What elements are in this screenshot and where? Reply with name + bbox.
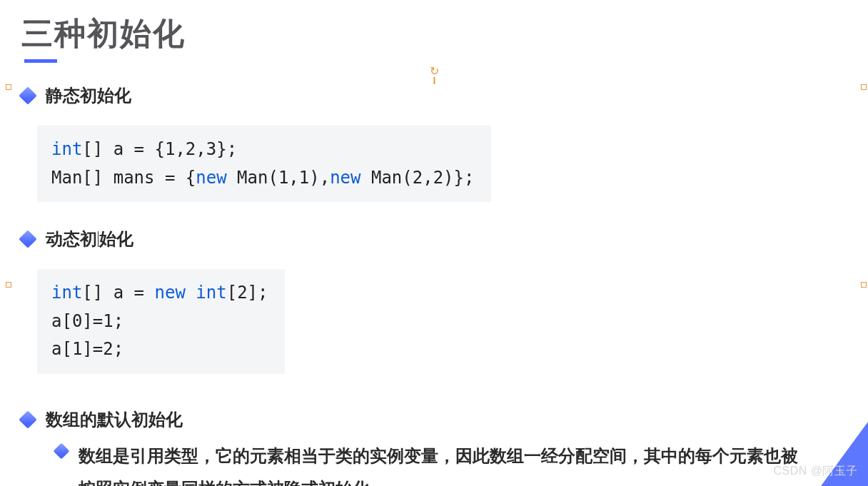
diamond-bullet-icon <box>54 443 70 460</box>
num: 1 <box>299 168 309 188</box>
title-underline <box>24 59 57 63</box>
bullet-default-init: 数组的默认初始化 <box>21 408 847 431</box>
code: , <box>288 168 298 188</box>
code: a[0]=1; <box>51 311 123 331</box>
kw: new <box>330 168 371 188</box>
code: Man( <box>237 168 278 188</box>
code: , <box>196 139 206 159</box>
selection-handle-icon[interactable] <box>861 84 867 90</box>
code: , <box>423 168 433 188</box>
selection-handle-icon[interactable] <box>6 84 11 90</box>
code: Man[] mans = { <box>51 168 196 188</box>
num: 3 <box>206 139 216 159</box>
text-cursor-icon <box>98 231 99 247</box>
heading-default-init: 数组的默认初始化 <box>46 408 183 431</box>
diamond-bullet-icon <box>19 86 36 104</box>
code: Man( <box>371 168 413 188</box>
rotate-handle-icon[interactable]: ↻ <box>430 66 439 84</box>
code: [] a = { <box>82 139 165 159</box>
heading-static-init: 静态初始化 <box>46 84 131 107</box>
bullet-dynamic-init: 动态初始化 <box>21 228 847 250</box>
num: 2 <box>237 283 247 303</box>
bullet-static-init: 静态初始化 <box>21 84 847 107</box>
code: ), <box>309 168 330 188</box>
content-area: 静态初始化 int[] a = {1,2,3}; Man[] mans = {n… <box>21 84 847 486</box>
code-block-static: int[] a = {1,2,3}; Man[] mans = {new Man… <box>37 126 491 202</box>
code: , <box>175 139 185 159</box>
sub-bullet-default-desc: 数组是引用类型，它的元素相当于类的实例变量，因此数组一经分配空间，其中的每个元素… <box>56 440 847 486</box>
slide: 三种初始化 ↻ 静态初始化 int[] a = {1,2,3}; Man[] m… <box>0 0 868 486</box>
kw: new <box>196 168 237 188</box>
selection-handle-icon[interactable] <box>861 282 867 288</box>
num: 1 <box>278 168 288 188</box>
code: [ <box>227 283 237 303</box>
kw: int <box>51 283 82 303</box>
text: 动态初 <box>46 229 97 248</box>
num: 1 <box>165 139 175 159</box>
code: }; <box>216 139 237 159</box>
csdn-watermark: CSDN @阿玉子 <box>773 464 858 479</box>
num: 2 <box>413 168 423 188</box>
text: 始化 <box>99 229 133 248</box>
kw: new int <box>155 283 227 303</box>
code: a[1]=2; <box>51 339 123 359</box>
code: )}; <box>443 168 474 188</box>
code: ]; <box>248 283 268 303</box>
selection-handle-icon[interactable] <box>6 282 11 288</box>
slide-title: 三种初始化 <box>21 13 847 55</box>
diamond-bullet-icon <box>19 410 36 428</box>
num: 2 <box>186 139 196 159</box>
code: [] a = <box>82 283 154 303</box>
kw: int <box>51 139 82 159</box>
default-init-description: 数组是引用类型，它的元素相当于类的实例变量，因此数组一经分配空间，其中的每个元素… <box>79 440 807 486</box>
diamond-bullet-icon <box>19 230 36 248</box>
code-block-dynamic: int[] a = new int[2]; a[0]=1; a[1]=2; <box>37 269 285 374</box>
heading-dynamic-init: 动态初始化 <box>46 228 133 250</box>
num: 2 <box>433 168 443 188</box>
